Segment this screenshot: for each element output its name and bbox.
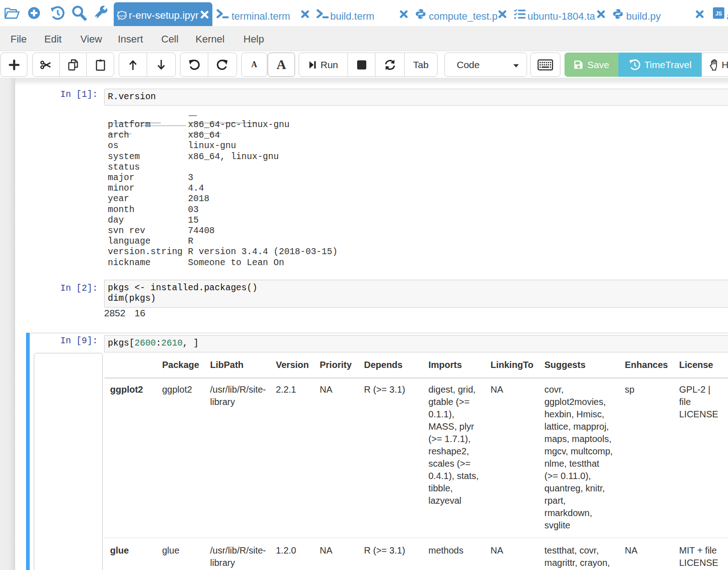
svg-text:JS: JS: [715, 11, 722, 17]
svg-text:ipynb: ipynb: [117, 14, 127, 18]
